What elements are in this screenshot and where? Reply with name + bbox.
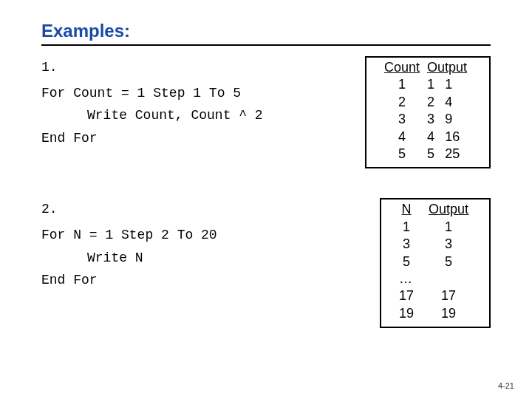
trace-row: 4 4 16	[377, 129, 473, 146]
trace-header-n: N	[392, 201, 421, 218]
trace-row: 3 3	[392, 236, 476, 253]
example-1-number: 1.	[41, 56, 344, 79]
section-heading: Examples:	[41, 21, 491, 41]
example-1: 1. For Count = 1 Step 1 To 5 Write Count…	[41, 56, 491, 168]
trace-header-output: Output	[421, 201, 476, 218]
example-1-trace: Count Output 1 1 1 2 2 4 3	[365, 56, 491, 168]
page-number: 4-21	[498, 381, 514, 390]
trace-row: 2 2 4	[377, 94, 473, 111]
trace-row: 3 3 9	[377, 111, 473, 128]
example-2-number: 2.	[41, 198, 359, 221]
heading-underline	[41, 44, 491, 46]
example-2-code: 2. For N = 1 Step 2 To 20 Write N End Fo…	[41, 198, 359, 291]
trace-header-count: Count	[377, 59, 427, 76]
code-line: For N = 1 Step 2 To 20	[41, 224, 359, 247]
trace-header-output: Output	[427, 59, 473, 76]
trace-row: 5 5	[392, 253, 476, 270]
code-line: Write Count, Count ^ 2	[41, 104, 344, 127]
trace-row: …	[392, 270, 476, 287]
example-2: 2. For N = 1 Step 2 To 20 Write N End Fo…	[41, 198, 491, 328]
code-line: Write N	[41, 247, 359, 270]
trace-row: 19 19	[392, 305, 476, 322]
example-2-trace: N Output 1 1 3 3 5 5	[380, 198, 491, 328]
code-line: For Count = 1 Step 1 To 5	[41, 82, 344, 105]
trace-row: 5 5 25	[377, 146, 473, 163]
code-line: End For	[41, 127, 344, 150]
code-line: End For	[41, 269, 359, 292]
trace-row: 1 1 1	[377, 76, 473, 93]
example-1-code: 1. For Count = 1 Step 1 To 5 Write Count…	[41, 56, 344, 149]
trace-row: 1 1	[392, 219, 476, 236]
trace-row: 17 17	[392, 287, 476, 304]
